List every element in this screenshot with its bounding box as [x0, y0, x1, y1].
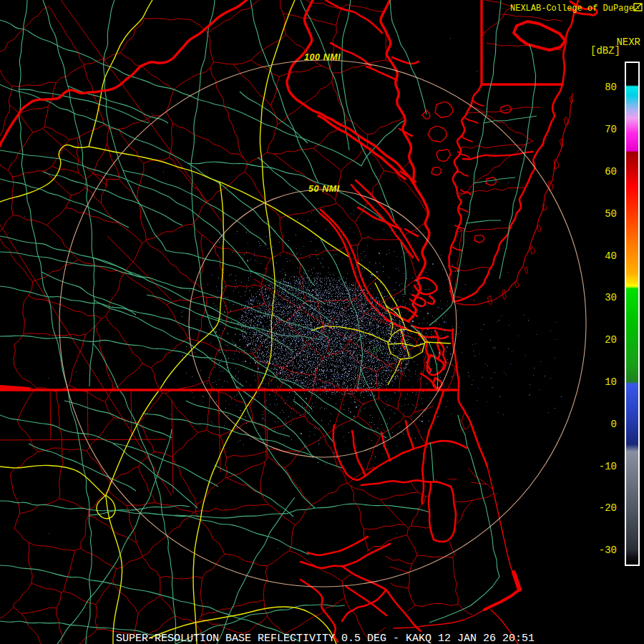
- svg-text:60: 60: [605, 166, 617, 177]
- svg-text:100 NMI: 100 NMI: [304, 52, 341, 62]
- svg-text:SUPER-RESOLUTION BASE REFLECTI: SUPER-RESOLUTION BASE REFLECTIVITY 0.5 D…: [116, 633, 535, 644]
- svg-text:50: 50: [605, 208, 617, 220]
- svg-text:-30: -30: [599, 545, 617, 556]
- svg-text:[dBZ]: [dBZ]: [590, 45, 620, 57]
- svg-text:10: 10: [605, 376, 617, 388]
- svg-text:50 NMI: 50 NMI: [308, 184, 340, 194]
- svg-text:20: 20: [605, 334, 617, 346]
- svg-text:40: 40: [605, 250, 617, 262]
- svg-text:NEXLAB-College of DuPage: NEXLAB-College of DuPage: [510, 4, 634, 14]
- svg-text:0: 0: [611, 419, 617, 430]
- svg-text:80: 80: [605, 82, 617, 93]
- svg-text:30: 30: [605, 292, 617, 303]
- svg-text:70: 70: [605, 124, 617, 135]
- svg-text:-10: -10: [599, 461, 617, 472]
- svg-text:-20: -20: [599, 502, 617, 514]
